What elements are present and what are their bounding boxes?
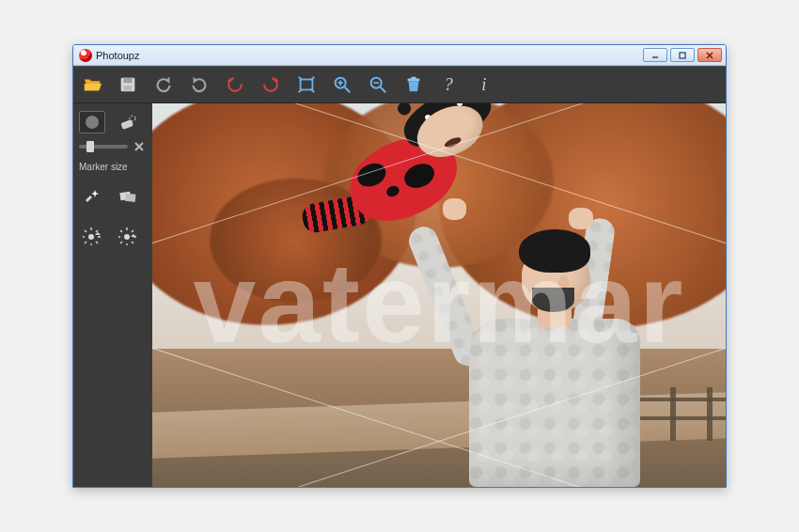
open-icon <box>82 74 102 95</box>
brightness-down-button[interactable] <box>115 225 141 247</box>
svg-rect-7 <box>301 80 313 90</box>
svg-rect-4 <box>123 86 132 91</box>
photo-content <box>152 103 726 487</box>
svg-point-21 <box>88 234 94 240</box>
delete-icon <box>403 74 424 95</box>
info-button[interactable]: i <box>474 73 496 96</box>
rotate-ccw-button[interactable] <box>224 73 246 96</box>
eraser-tool-button[interactable] <box>115 111 141 133</box>
minimize-button[interactable] <box>643 48 667 62</box>
titlebar: Photoupz <box>73 45 726 66</box>
marker-tool-button[interactable] <box>79 111 105 133</box>
svg-text:i: i <box>481 75 486 94</box>
zoom-out-icon <box>368 74 388 95</box>
rotate-cw-button[interactable] <box>259 73 282 96</box>
svg-line-11 <box>381 87 386 93</box>
svg-line-38 <box>120 242 122 243</box>
image-canvas[interactable]: vatermar <box>152 103 726 487</box>
fit-screen-icon <box>296 74 317 95</box>
marker-tool-icon <box>83 113 102 132</box>
app-title: Photoupz <box>96 50 139 61</box>
svg-line-29 <box>85 242 86 243</box>
zoom-in-icon <box>332 74 352 95</box>
tool-sidebar: Marker size <box>73 103 152 487</box>
svg-rect-13 <box>411 77 416 79</box>
svg-rect-20 <box>125 194 136 202</box>
main-toolbar: ? i <box>73 66 726 103</box>
photos-tool-button[interactable] <box>115 185 141 208</box>
svg-rect-1 <box>680 53 685 58</box>
svg-line-28 <box>96 230 98 232</box>
fit-screen-button[interactable] <box>295 73 318 96</box>
svg-line-26 <box>85 230 86 232</box>
maximize-button[interactable] <box>670 48 695 62</box>
zoom-out-button[interactable] <box>367 73 389 96</box>
sparkle-tool-button[interactable] <box>79 185 105 208</box>
clear-size-icon[interactable] <box>133 141 145 152</box>
help-button[interactable]: ? <box>438 73 461 96</box>
svg-line-37 <box>132 230 133 232</box>
svg-line-35 <box>120 230 122 232</box>
svg-rect-3 <box>123 78 132 84</box>
save-icon <box>118 74 138 95</box>
marker-size-label: Marker size <box>79 162 147 172</box>
svg-text:?: ? <box>445 75 454 94</box>
delete-button[interactable] <box>402 73 425 96</box>
app-body: Marker size <box>73 103 726 487</box>
brightness-up-button[interactable] <box>79 225 105 247</box>
close-button[interactable] <box>697 48 722 62</box>
brightness-down-icon <box>118 227 137 245</box>
sparkle-tool-icon <box>83 187 102 206</box>
eraser-tool-icon <box>118 113 137 132</box>
brightness-up-icon <box>83 227 102 245</box>
svg-point-30 <box>124 234 130 240</box>
redo-button[interactable] <box>188 73 211 96</box>
svg-point-16 <box>86 116 99 129</box>
save-button[interactable] <box>117 73 139 96</box>
info-icon: i <box>475 74 495 95</box>
help-icon: ? <box>439 74 460 95</box>
rotate-cw-icon <box>260 74 281 95</box>
app-icon <box>79 49 92 62</box>
svg-line-9 <box>345 87 351 93</box>
redo-icon <box>189 74 210 95</box>
open-button[interactable] <box>81 73 103 96</box>
marker-size-slider[interactable] <box>79 145 128 149</box>
svg-line-27 <box>96 242 98 243</box>
app-window: Photoupz <box>72 44 727 488</box>
photos-tool-icon <box>118 187 137 206</box>
undo-icon <box>153 74 174 95</box>
rotate-ccw-icon <box>225 74 245 95</box>
zoom-in-button[interactable] <box>331 73 353 96</box>
undo-button[interactable] <box>152 73 175 96</box>
svg-line-36 <box>132 242 133 243</box>
